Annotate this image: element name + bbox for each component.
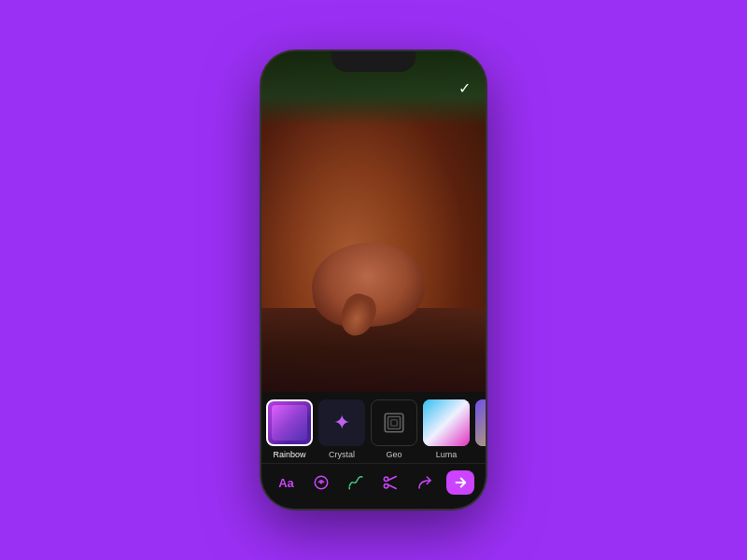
- filter-label-luma: Luma: [436, 450, 458, 459]
- color-filter-overlay: [261, 51, 486, 392]
- svg-line-7: [388, 476, 396, 481]
- filter-label-rainbow: Rainbow: [273, 450, 305, 459]
- next-button[interactable]: [446, 470, 474, 495]
- redo-icon: [416, 474, 433, 491]
- redo-button[interactable]: [412, 469, 438, 496]
- filter-item-extra[interactable]: B: [474, 399, 486, 459]
- photo-area: ✓: [261, 51, 486, 392]
- bottom-panel: Rainbow ✦ Crystal: [261, 392, 486, 509]
- scissors-button[interactable]: [377, 469, 403, 496]
- svg-point-4: [319, 482, 322, 484]
- scissors-icon: [382, 474, 399, 491]
- notch: [331, 51, 416, 72]
- filter-thumb-luma: [423, 399, 470, 446]
- crystal-icon: ✦: [333, 411, 350, 435]
- filter-item-rainbow[interactable]: Rainbow: [265, 399, 314, 459]
- filter-item-geo[interactable]: Geo: [370, 399, 418, 459]
- check-icon[interactable]: ✓: [458, 79, 471, 97]
- tools-bar: Aa: [261, 463, 486, 501]
- text-tool-button[interactable]: Aa: [274, 469, 300, 496]
- text-icon: Aa: [278, 476, 294, 490]
- filter-item-luma[interactable]: Luma: [422, 399, 471, 459]
- svg-line-8: [388, 484, 396, 489]
- sticker-button[interactable]: [308, 469, 334, 496]
- arrow-right-icon: [452, 474, 469, 491]
- draw-button[interactable]: [343, 469, 369, 496]
- phone-frame: ✓ Rainbow ✦ Crystal: [261, 51, 486, 509]
- filter-thumb-crystal: ✦: [318, 399, 365, 446]
- svg-rect-2: [391, 420, 398, 427]
- draw-icon: [347, 474, 364, 491]
- filter-thumb-rainbow: [266, 399, 313, 446]
- filter-label-geo: Geo: [386, 450, 402, 459]
- filter-label-crystal: Crystal: [329, 450, 355, 459]
- svg-rect-1: [388, 417, 401, 429]
- sticker-icon: [313, 474, 330, 491]
- filter-strip: Rainbow ✦ Crystal: [261, 392, 486, 463]
- svg-point-6: [384, 484, 388, 489]
- filter-thumb-extra: [475, 399, 486, 446]
- filter-item-crystal[interactable]: ✦ Crystal: [317, 399, 366, 459]
- geo-icon: [382, 411, 406, 435]
- phone-screen: ✓ Rainbow ✦ Crystal: [261, 51, 486, 509]
- filter-thumb-geo: [371, 399, 417, 446]
- svg-point-5: [384, 477, 388, 482]
- photo-background: [261, 51, 486, 392]
